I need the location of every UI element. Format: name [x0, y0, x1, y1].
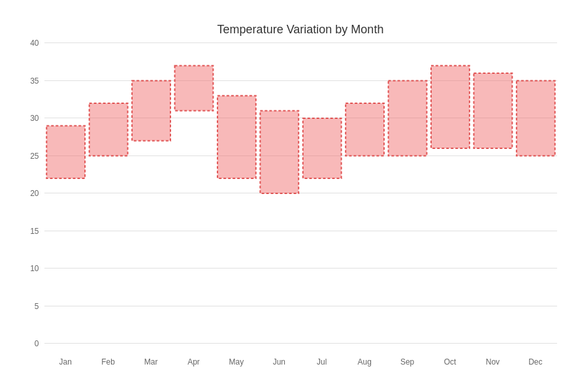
chart-title: Temperature Variation by Month	[44, 23, 557, 37]
bar-mar	[132, 81, 170, 141]
y-axis-label: 20	[30, 189, 39, 198]
bar-aug	[345, 103, 384, 156]
bar-apr	[174, 66, 213, 111]
bar-jun	[260, 111, 298, 194]
x-axis-label: Dec	[514, 357, 556, 367]
y-axis-label: 0	[35, 339, 39, 348]
x-axis-label: Sep	[386, 357, 428, 367]
x-axis-label: Apr	[172, 357, 215, 367]
bar-dec	[516, 81, 554, 156]
y-axis-label: 35	[30, 76, 39, 86]
x-axis-labels: JanFebMarAprMayJunJulAugSepOctNovDec	[44, 357, 557, 367]
x-axis-label: Jul	[300, 357, 343, 367]
x-axis-label: Feb	[87, 357, 129, 367]
chart-container: Temperature Variation by Month 051015202…	[8, 10, 570, 382]
bar-feb	[89, 103, 127, 156]
y-axis-label: 40	[30, 39, 39, 48]
x-axis-label: Jan	[44, 357, 87, 367]
y-axis-label: 15	[30, 227, 39, 236]
x-axis-label: May	[215, 357, 257, 367]
x-axis-label: Nov	[472, 357, 514, 367]
bar-sep	[388, 81, 426, 156]
y-axis-label: 5	[35, 302, 39, 311]
y-axis-label: 30	[30, 114, 39, 123]
chart-svg	[44, 43, 557, 344]
bar-may	[217, 96, 255, 179]
x-axis-label: Mar	[129, 357, 172, 367]
y-axis-label: 10	[30, 264, 39, 273]
x-axis-label: Aug	[343, 357, 385, 367]
bar-nov	[474, 73, 512, 148]
x-axis-label: Jun	[258, 357, 300, 367]
bar-jul	[302, 118, 341, 178]
x-axis-label: Oct	[428, 357, 471, 367]
bar-jan	[46, 126, 85, 179]
y-axis-label: 25	[30, 152, 39, 161]
bar-oct	[431, 66, 470, 149]
chart-area: 0510152025303540 JanFebMarAprMayJunJulAu…	[44, 43, 557, 344]
